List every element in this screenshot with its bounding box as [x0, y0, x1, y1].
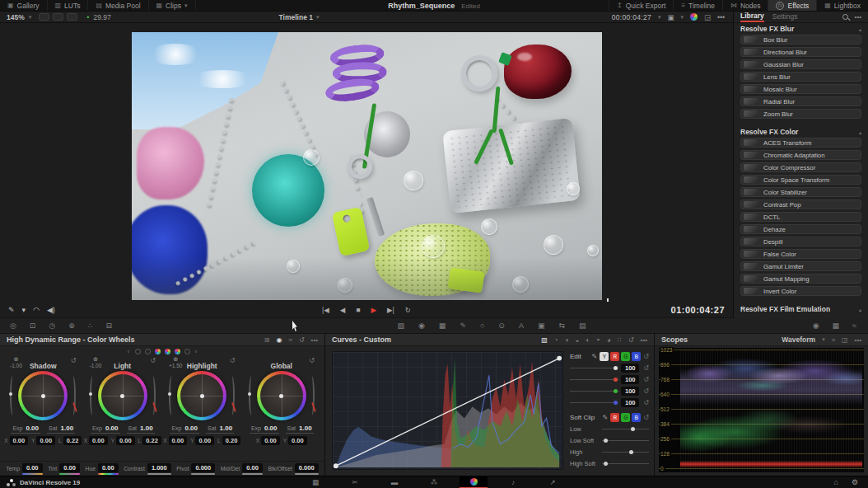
transport-button[interactable]: ▶: [371, 306, 377, 314]
channel-chip[interactable]: G: [621, 413, 630, 422]
wheel-center-handle[interactable]: [120, 394, 124, 398]
palette-tool-icon[interactable]: ⊡: [30, 321, 36, 330]
collapse-icon[interactable]: ▴: [859, 129, 861, 135]
zone-icon[interactable]: ⊕: [93, 357, 98, 362]
soft-clip-slider[interactable]: [602, 463, 649, 464]
channel-slider[interactable]: [570, 402, 618, 403]
palette-tool-icon[interactable]: ∴: [88, 321, 93, 330]
effect-item[interactable]: Box Blur: [740, 35, 861, 45]
curve-mode-icon[interactable]: ◓: [596, 336, 600, 344]
scope-mode-selector[interactable]: Waveform: [782, 336, 815, 344]
palette-tool-icon[interactable]: ⊟: [106, 321, 113, 330]
grading-tool-icon[interactable]: ▧: [397, 321, 404, 330]
reset-icon[interactable]: ↺: [150, 357, 156, 364]
curve-mode-icon[interactable]: ◑: [565, 336, 569, 344]
reset-icon[interactable]: ↺: [230, 357, 236, 364]
transport-button[interactable]: ■: [356, 306, 360, 314]
search-icon[interactable]: [842, 14, 848, 20]
viewer-tool-icon[interactable]: ✎: [8, 306, 15, 314]
curve-mode-icon[interactable]: ◒: [575, 336, 579, 344]
palette-tool-icon[interactable]: ⊕: [68, 321, 75, 330]
channel-chip[interactable]: R: [610, 352, 619, 361]
parameter-value[interactable]: 0.00: [22, 463, 43, 472]
x-value-field[interactable]: X0.00: [163, 436, 187, 445]
panel-option-icon[interactable]: ▦: [833, 321, 840, 330]
soft-clip-slider[interactable]: [602, 429, 649, 429]
pagination-dot[interactable]: [155, 349, 161, 354]
reset-icon[interactable]: ↺: [643, 364, 649, 372]
grade-parameter-field[interactable]: Tint 0.00: [48, 463, 80, 475]
home-icon[interactable]: ⌂: [833, 478, 838, 486]
parameter-value[interactable]: 1.000: [147, 463, 171, 472]
grading-tool-icon[interactable]: ▦: [439, 321, 446, 330]
parameter-value[interactable]: 0.00: [98, 463, 119, 472]
effect-item[interactable]: False Color: [740, 249, 861, 259]
parameter-value[interactable]: 0.000: [295, 463, 319, 472]
effect-item[interactable]: Gamut Mapping: [740, 274, 861, 284]
top-left-button[interactable]: ▤ Media Pool: [88, 0, 148, 11]
parameter-value[interactable]: 0.000: [191, 463, 215, 472]
reset-icon[interactable]: ↺: [643, 387, 649, 395]
channel-value[interactable]: 100: [621, 398, 639, 407]
zone-icon[interactable]: ⊕: [13, 357, 18, 362]
channel-slider[interactable]: [570, 391, 618, 392]
y-value-field[interactable]: Y0.00: [283, 436, 307, 445]
curve-mode-icon[interactable]: ▧: [541, 336, 548, 344]
effect-item[interactable]: Contrast Pop: [740, 199, 861, 209]
top-left-button[interactable]: ▥ LUTs: [48, 0, 89, 11]
tab-settings[interactable]: Settings: [772, 12, 798, 21]
effect-item[interactable]: Despill: [740, 237, 861, 246]
viewer-tool-icon[interactable]: ▾: [22, 306, 26, 314]
channel-slider[interactable]: [570, 368, 618, 368]
color-wheel[interactable]: [177, 371, 226, 420]
y-value-field[interactable]: Y0.00: [190, 436, 214, 445]
pagination-dot[interactable]: [175, 349, 180, 354]
grading-tool-icon[interactable]: ▤: [579, 321, 586, 330]
reset-icon[interactable]: ↺: [643, 353, 649, 360]
viewer-timecode[interactable]: 00:00:04:27: [612, 13, 651, 21]
settings-gear-icon[interactable]: ⚙: [852, 478, 858, 486]
color-wheel[interactable]: [257, 371, 306, 420]
scope-option-icon[interactable]: ◲: [842, 336, 848, 344]
effect-item[interactable]: Chromatic Adaptation: [740, 150, 861, 160]
grade-parameter-field[interactable]: Pivot 0.000: [176, 463, 215, 475]
curve-mode-icon[interactable]: •••: [641, 336, 647, 344]
panel-header-icon[interactable]: ↺: [299, 336, 305, 344]
library-section-header[interactable]: Resolve FX Blur ▴: [734, 23, 868, 35]
parameter-value[interactable]: 0.00: [59, 463, 80, 472]
wheel-center-handle[interactable]: [41, 394, 45, 398]
soft-clip-slider[interactable]: [602, 440, 649, 441]
curve-mode-icon[interactable]: ↺: [628, 336, 634, 344]
page-button[interactable]: ▬: [380, 476, 408, 488]
effect-item[interactable]: DCTL: [740, 212, 861, 222]
more-options-icon[interactable]: •••: [855, 13, 861, 21]
expand-icon[interactable]: ◲: [704, 13, 711, 21]
pagination-dot[interactable]: [165, 349, 170, 354]
effect-item[interactable]: Zoom Blur: [740, 109, 861, 119]
channel-chip[interactable]: R: [610, 413, 619, 422]
exposure-control[interactable]: Exp 0.00: [170, 425, 199, 434]
top-left-button[interactable]: ▦ Clips ▾: [149, 0, 196, 11]
chevron-down-icon[interactable]: ▾: [822, 336, 825, 343]
page-button[interactable]: [460, 476, 488, 488]
y-value-field[interactable]: Y0.00: [111, 436, 135, 445]
effect-item[interactable]: Invert Color: [740, 286, 861, 296]
master-wheel-left-arc[interactable]: [10, 376, 16, 415]
viewer-image[interactable]: [132, 32, 602, 300]
grading-tool-icon[interactable]: ◉: [418, 321, 425, 330]
saturation-control[interactable]: Sat 1.00: [286, 425, 314, 434]
effect-item[interactable]: Directional Blur: [740, 47, 861, 57]
panel-header-icon[interactable]: ⊞: [264, 336, 270, 344]
pagination-dot[interactable]: [184, 349, 190, 354]
grading-tool-icon[interactable]: ⊙: [498, 321, 505, 330]
y-value-field[interactable]: Y0.00: [31, 436, 55, 445]
panel-header-icon[interactable]: ◉: [277, 336, 282, 344]
curve-editor[interactable]: [332, 351, 563, 470]
grading-tool-icon[interactable]: ⇆: [558, 321, 565, 330]
page-button[interactable]: ♪: [499, 476, 527, 488]
effect-item[interactable]: Gaussian Blur: [740, 59, 861, 69]
scope-option-icon[interactable]: ≈: [832, 336, 835, 344]
camera-icon[interactable]: ▣: [667, 13, 674, 21]
effects-list[interactable]: Resolve FX Blur ▴ Box Blur: [734, 23, 868, 318]
grading-tool-icon[interactable]: ○: [480, 321, 484, 330]
